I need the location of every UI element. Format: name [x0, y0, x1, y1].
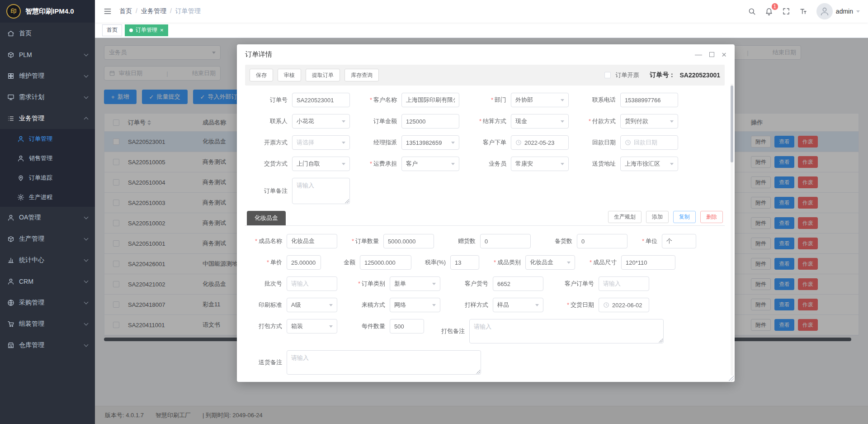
- sidebar-item-assembly[interactable]: 组装管理: [0, 313, 95, 334]
- qty-per-piece-input[interactable]: 500: [390, 319, 424, 333]
- salesman-select-dialog[interactable]: 常康安: [511, 157, 569, 171]
- dialog-resize-handle[interactable]: [728, 376, 734, 381]
- clock-icon: [603, 302, 609, 308]
- breadcrumb: 首页 / 业务管理 / 订单管理: [119, 7, 201, 15]
- tab-home[interactable]: 首页: [102, 24, 122, 36]
- active-dot-icon: [129, 29, 133, 32]
- sidebar-nav: 首页 PLM 维护管理 需求计划 业务管理: [0, 23, 95, 424]
- hamburger-icon[interactable]: [103, 7, 112, 16]
- department-select[interactable]: 外协部: [511, 93, 569, 107]
- field-amount: 金额 125000.000: [326, 255, 411, 270]
- sidebar-item-demand-plan[interactable]: 需求计划: [0, 86, 95, 108]
- size-icon[interactable]: [799, 7, 807, 15]
- sidebar-item-production-process[interactable]: 生产进程: [0, 187, 95, 207]
- field-product-size: 成品尺寸 120*110: [580, 255, 675, 270]
- close-icon[interactable]: ×: [160, 27, 164, 33]
- order-remark-textarea[interactable]: 请输入: [292, 178, 350, 204]
- batch-no-input[interactable]: 请输入: [287, 276, 337, 291]
- payment-select[interactable]: 货到付款: [620, 114, 678, 129]
- delivery-method-select[interactable]: 上门自取: [292, 157, 350, 171]
- customer-name-input[interactable]: 上海国际印刷有限公司: [401, 93, 459, 107]
- sidebar-item-purchase[interactable]: 采购管理: [0, 292, 95, 313]
- stock-query-button[interactable]: 库存查询: [344, 69, 379, 81]
- sidebar-item-home[interactable]: 首页: [0, 23, 95, 44]
- dialog-scrollbar-thumb[interactable]: [731, 86, 733, 162]
- resize-handle-icon[interactable]: [344, 199, 349, 203]
- proof-method-select[interactable]: 样品: [493, 298, 543, 312]
- tax-rate-input[interactable]: 13: [450, 255, 479, 270]
- order-category-select[interactable]: 新单: [390, 276, 440, 291]
- product-category-select[interactable]: 化妆品盒: [525, 255, 575, 270]
- sidebar-item-order-tracking[interactable]: 订单追踪: [0, 168, 95, 187]
- product-tab[interactable]: 化妆品盒: [247, 211, 286, 225]
- chart-icon: [7, 257, 14, 264]
- close-icon[interactable]: ×: [722, 50, 726, 59]
- delivery-remark-textarea[interactable]: 请输入: [287, 350, 481, 375]
- field-delivery-remark: 送货备注 请输入: [246, 350, 481, 375]
- invoice-type-select[interactable]: 请选择: [292, 135, 350, 150]
- customer-order-no-input[interactable]: 请输入: [599, 276, 649, 291]
- sidebar-item-production[interactable]: 生产管理: [0, 228, 95, 249]
- product-name-input[interactable]: 化妆品盒: [287, 234, 337, 248]
- business-submenu: 订单管理 销售管理 订单追踪 生产进程: [0, 129, 95, 207]
- production-plan-button[interactable]: 生产规划: [608, 211, 642, 223]
- save-button[interactable]: 保存: [250, 69, 273, 81]
- breadcrumb-home[interactable]: 首页: [119, 7, 132, 15]
- field-print-standard: 印刷标准 A级: [246, 298, 337, 312]
- cart-icon: [7, 320, 14, 328]
- sidebar-item-crm[interactable]: CRM: [0, 271, 95, 292]
- box-icon: [7, 51, 14, 58]
- add-product-button[interactable]: 添加: [646, 211, 669, 223]
- return-date-picker[interactable]: 回款日期: [620, 135, 678, 150]
- sidebar-item-sales-management[interactable]: 销售管理: [0, 148, 95, 168]
- order-amount-input[interactable]: 125000: [401, 114, 459, 129]
- minimize-icon[interactable]: —: [695, 51, 702, 58]
- order-qty-input[interactable]: 5000.0000: [383, 234, 434, 248]
- resize-handle-icon[interactable]: [476, 369, 480, 374]
- sidebar: 印 智慧印刷IPM4.0 首页 PLM 维护管理 需求计划: [0, 0, 95, 424]
- extract-order-button[interactable]: 提取订单: [306, 69, 340, 81]
- invoice-checkbox[interactable]: [604, 72, 611, 78]
- chevron-down-icon: [84, 257, 89, 262]
- audit-button[interactable]: 审核: [278, 69, 301, 81]
- delete-button[interactable]: 删除: [700, 211, 723, 223]
- settlement-select[interactable]: 现金: [511, 114, 569, 129]
- customer-order-date-picker[interactable]: 2022-05-23: [511, 135, 569, 150]
- search-icon[interactable]: [748, 7, 756, 15]
- sales-icon: [17, 155, 24, 162]
- maximize-icon[interactable]: [709, 52, 714, 57]
- packing-remark-textarea[interactable]: 请输入: [469, 319, 664, 343]
- draft-method-select[interactable]: 网络: [390, 298, 440, 312]
- freight-bearer-select[interactable]: 客户: [401, 157, 459, 171]
- tab-order-management[interactable]: 订单管理 ×: [125, 24, 168, 36]
- sidebar-item-maintenance[interactable]: 维护管理: [0, 65, 95, 86]
- customer-item-no-input[interactable]: 6652: [493, 276, 543, 291]
- fullscreen-icon[interactable]: [782, 7, 790, 15]
- unit-input[interactable]: 个: [662, 234, 696, 248]
- sidebar-item-business[interactable]: 业务管理: [0, 108, 95, 129]
- sidebar-item-plm[interactable]: PLM: [0, 44, 95, 65]
- packing-method-select[interactable]: 箱装: [287, 319, 337, 333]
- stock-qty-input[interactable]: 0: [577, 234, 627, 248]
- delivery-date-picker[interactable]: 2022-06-02: [599, 298, 649, 312]
- amount-input[interactable]: 125000.000: [360, 255, 411, 270]
- sidebar-item-order-management[interactable]: 订单管理: [0, 129, 95, 148]
- notification-bell-icon[interactable]: 1: [765, 7, 773, 15]
- unit-price-input[interactable]: 25.00000: [287, 255, 321, 270]
- copy-button[interactable]: 复制: [673, 211, 696, 223]
- product-size-input[interactable]: 120*110: [621, 255, 675, 270]
- user-menu[interactable]: admin: [816, 3, 860, 19]
- order-no-input[interactable]: SA220523001: [292, 93, 350, 107]
- resize-handle-icon[interactable]: [658, 338, 663, 343]
- contact-phone-input[interactable]: 15388997766: [620, 93, 678, 107]
- field-customer-name: 客户名称 上海国际印刷有限公司: [361, 93, 459, 107]
- sidebar-item-oa[interactable]: OA管理: [0, 207, 95, 228]
- gift-qty-input[interactable]: 0: [480, 234, 531, 248]
- contact-person-select[interactable]: 小花花: [292, 114, 350, 129]
- delivery-address-select[interactable]: 上海市徐汇区: [620, 157, 678, 171]
- breadcrumb-business[interactable]: 业务管理: [141, 7, 166, 15]
- print-standard-select[interactable]: A级: [287, 298, 337, 312]
- sidebar-item-statistics[interactable]: 统计中心: [0, 249, 95, 271]
- manager-assign-select[interactable]: 13513982659: [401, 135, 459, 150]
- sidebar-item-warehouse[interactable]: 仓库管理: [0, 334, 95, 356]
